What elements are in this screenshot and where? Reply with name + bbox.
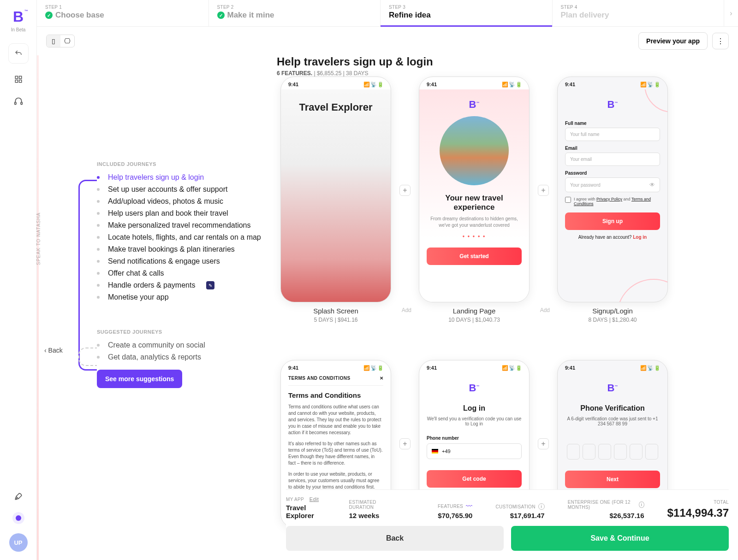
next-button[interactable]: Next — [565, 471, 660, 488]
included-journeys-label: INCLUDED JOURNEYS — [97, 161, 281, 167]
email-input[interactable]: Your email — [565, 153, 660, 166]
see-more-button[interactable]: See more suggestions — [97, 370, 182, 388]
journey-item[interactable]: Make personalized travel recommendations — [97, 221, 281, 230]
step-1[interactable]: STEP 1 ✓Choose base — [37, 0, 209, 26]
flag-icon — [432, 449, 438, 454]
app-name: Travel Explorer — [286, 504, 326, 519]
headset-icon[interactable] — [12, 95, 25, 108]
check-icon: ✓ — [45, 12, 53, 19]
edit-badge-icon[interactable]: ✎ — [206, 281, 214, 289]
journey-item[interactable]: Set up user accounts & offer support — [97, 185, 281, 194]
user-avatar[interactable]: UP — [9, 533, 28, 552]
phone-splash: 9:41📶 📡 🔋 Travel Explorer — [280, 77, 391, 302]
pager-dots: ● ● ● ● ● — [462, 234, 486, 238]
save-continue-button[interactable]: Save & Continue — [511, 526, 729, 551]
page-title: Help travelers sign up & login — [277, 55, 433, 68]
wave-icon: 〰 — [466, 502, 472, 510]
mini-logo: B™ — [469, 99, 480, 111]
stepper: STEP 1 ✓Choose base STEP 2 ✓Make it mine… — [37, 0, 738, 27]
add-screen-button[interactable]: + — [399, 438, 411, 449]
svg-rect-0 — [15, 76, 18, 78]
otp-box[interactable] — [583, 444, 595, 460]
chevron-right-icon[interactable]: › — [724, 0, 738, 26]
preview-button[interactable]: Preview your app — [638, 32, 708, 50]
login-link[interactable]: Log in — [633, 235, 647, 240]
hero-image — [440, 116, 509, 185]
info-icon[interactable]: i — [639, 501, 644, 508]
undo-button[interactable] — [8, 43, 29, 64]
journey-bracket — [78, 180, 97, 371]
password-input[interactable]: Your password👁 — [565, 177, 660, 192]
otp-box[interactable] — [630, 444, 643, 460]
svg-rect-2 — [15, 80, 18, 83]
page-meta: 6 FEATURES. | $6,855.25 | 38 DAYS — [277, 70, 433, 77]
mini-logo: B™ — [427, 382, 522, 394]
get-code-button[interactable]: Get code — [427, 470, 522, 488]
agree-checkbox[interactable] — [565, 197, 571, 203]
otp-inputs — [565, 444, 660, 460]
check-icon: ✓ — [217, 12, 225, 19]
otp-box[interactable] — [598, 444, 611, 460]
otp-box[interactable] — [614, 444, 627, 460]
mobile-icon[interactable]: ▯ — [47, 35, 60, 47]
journey-item[interactable]: Handle orders & payments✎ — [97, 281, 281, 289]
journey-item[interactable]: Offer chat & calls — [97, 269, 281, 277]
logo: B™ — [13, 8, 24, 25]
splash-title: Travel Explorer — [281, 101, 391, 113]
kebab-menu-icon[interactable]: ⋮ — [712, 33, 729, 49]
otp-box[interactable] — [567, 444, 580, 460]
suggested-item[interactable]: Get data, analytics & reports — [97, 353, 281, 361]
phone-input[interactable]: +49 — [427, 443, 522, 459]
journey-item[interactable]: Send notifications & engage users — [97, 257, 281, 265]
footer-bar: MY APPEdit Travel Explorer ESTIMATED DUR… — [286, 489, 729, 560]
status-dot[interactable] — [12, 512, 24, 524]
journey-item[interactable]: Help travelers sign up & login — [97, 173, 281, 182]
total-price: $114,994.37 — [667, 507, 729, 519]
journey-item[interactable]: Make travel bookings & plan itineraries — [97, 245, 281, 253]
add-link[interactable]: Add — [402, 307, 411, 313]
eye-icon[interactable]: 👁 — [649, 182, 655, 188]
splash-image — [281, 89, 391, 302]
step-3[interactable]: STEP 3 Refine idea — [381, 0, 553, 26]
mini-logo: B™ — [565, 99, 660, 111]
desktop-icon[interactable]: 🖵 — [60, 35, 74, 47]
svg-rect-3 — [19, 80, 21, 83]
rocket-icon[interactable] — [12, 490, 25, 503]
phone-caption: Splash Screen — [280, 307, 391, 315]
mini-logo: B™ — [565, 382, 660, 394]
step-2[interactable]: STEP 2 ✓Make it mine — [209, 0, 381, 26]
left-sidebar: B™ In Beta UP SPEAK TO NATASHA — [0, 0, 37, 560]
journey-item[interactable]: Add/upload videos, photos & music — [97, 197, 281, 206]
svg-rect-4 — [14, 102, 16, 105]
beta-label: In Beta — [11, 27, 26, 32]
phone-signup: 9:41📶 📡 🔋 B™ Full name Your full name Em… — [557, 77, 668, 302]
info-icon[interactable]: i — [538, 503, 545, 510]
grid-icon[interactable] — [12, 73, 25, 86]
journey-item[interactable]: Monetise your app — [97, 293, 281, 301]
edit-link[interactable]: Edit — [309, 496, 319, 502]
fullname-input[interactable]: Your full name — [565, 128, 660, 141]
journey-item[interactable]: Locate hotels, flights, and car rentals … — [97, 233, 281, 242]
device-toggle: ▯ 🖵 — [46, 35, 75, 47]
suggested-item[interactable]: Create a community on social — [97, 341, 281, 349]
step-4[interactable]: STEP 4 Plan delivery — [553, 0, 725, 26]
add-screen-button[interactable]: + — [538, 438, 549, 449]
suggested-journeys-label: SUGGESTED JOURNEYS — [97, 329, 281, 335]
close-icon[interactable]: ✕ — [380, 376, 384, 381]
journey-item[interactable]: Help users plan and book their travel — [97, 209, 281, 218]
toolbar: ▯ 🖵 Preview your app ⋮ — [37, 27, 738, 55]
get-started-button[interactable]: Get started — [427, 248, 522, 265]
suggested-bracket — [78, 348, 97, 366]
svg-rect-1 — [19, 76, 21, 78]
svg-rect-5 — [21, 102, 22, 105]
signup-button[interactable]: Sign up — [565, 212, 660, 230]
back-link[interactable]: ‹ Back — [44, 347, 63, 354]
canvas: Help travelers sign up & login 6 FEATURE… — [37, 55, 738, 560]
add-screen-button[interactable]: + — [538, 185, 549, 196]
otp-box[interactable] — [645, 444, 658, 460]
status-icons: 📶 📡 🔋 — [363, 82, 383, 88]
add-screen-button[interactable]: + — [399, 185, 411, 196]
add-link[interactable]: Add — [540, 307, 550, 313]
back-button[interactable]: Back — [286, 526, 504, 551]
phone-landing: 9:41📶 📡 🔋 B™ Your new travel experience … — [419, 77, 530, 302]
